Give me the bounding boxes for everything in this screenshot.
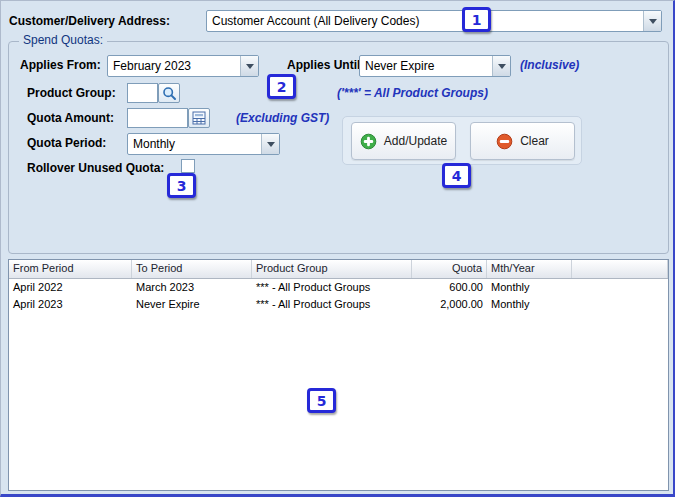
spend-quotas-group: Spend Quotas: Applies From: February 202… xyxy=(8,41,669,254)
quota-table-header: From Period To Period Product Group Quot… xyxy=(9,260,668,279)
spend-quota-window: Customer/Delivery Address: Customer Acco… xyxy=(0,0,675,497)
quota-amount-calculator-button[interactable] xyxy=(188,108,210,128)
cell-to-period: Never Expire xyxy=(132,296,252,313)
quota-period-value: Monthly xyxy=(128,137,261,151)
cell-product-group: *** - All Product Groups xyxy=(252,296,412,313)
column-header-product-group[interactable]: Product Group xyxy=(252,260,412,278)
som-mark-3: 3 xyxy=(167,173,196,198)
clear-button-label: Clear xyxy=(520,134,549,148)
add-update-button[interactable]: Add/Update xyxy=(351,122,456,160)
cell-from-period: April 2022 xyxy=(9,279,132,296)
customer-address-value: Customer Account (All Delivery Codes) xyxy=(207,14,643,28)
som-mark-1: 1 xyxy=(462,7,491,32)
column-header-mth-year[interactable]: Mth/Year xyxy=(487,260,572,278)
rollover-label: Rollover Unused Quota: xyxy=(27,161,164,175)
clear-button[interactable]: Clear xyxy=(470,122,575,160)
quota-table: From Period To Period Product Group Quot… xyxy=(8,259,669,491)
quota-amount-label: Quota Amount: xyxy=(27,111,114,125)
cell-to-period: March 2023 xyxy=(132,279,252,296)
rollover-checkbox[interactable] xyxy=(181,159,195,173)
som-mark-4: 4 xyxy=(442,163,471,188)
product-group-hint: ('***' = All Product Groups) xyxy=(337,86,488,100)
applies-from-value: February 2023 xyxy=(108,59,240,73)
applies-from-label: Applies From: xyxy=(20,58,101,72)
applies-until-value: Never Expire xyxy=(360,59,492,73)
cell-mth-year: Monthly xyxy=(487,279,572,296)
column-header-from-period[interactable]: From Period xyxy=(9,260,132,278)
product-group-search-button[interactable] xyxy=(158,83,180,103)
chevron-down-icon[interactable] xyxy=(643,11,661,31)
quota-period-label: Quota Period: xyxy=(27,136,106,150)
applies-until-dropdown[interactable]: Never Expire xyxy=(359,55,511,77)
chevron-down-icon[interactable] xyxy=(492,56,510,76)
chevron-down-icon[interactable] xyxy=(240,56,258,76)
column-header-filler xyxy=(572,260,668,278)
table-row[interactable]: April 2023 Never Expire *** - All Produc… xyxy=(9,296,668,313)
quota-amount-hint: (Excluding GST) xyxy=(236,111,329,125)
quota-period-dropdown[interactable]: Monthly xyxy=(127,133,280,155)
cell-mth-year: Monthly xyxy=(487,296,572,313)
quota-amount-input[interactable] xyxy=(127,108,188,128)
add-update-button-label: Add/Update xyxy=(384,134,447,148)
column-header-to-period[interactable]: To Period xyxy=(132,260,252,278)
search-icon xyxy=(162,86,177,101)
quota-button-panel: Add/Update Clear xyxy=(342,116,582,165)
column-header-quota[interactable]: Quota xyxy=(412,260,487,278)
cell-quota: 2,000.00 xyxy=(412,296,487,313)
som-mark-2: 2 xyxy=(267,74,296,99)
table-row[interactable]: April 2022 March 2023 *** - All Product … xyxy=(9,279,668,296)
add-icon xyxy=(360,133,377,150)
inclusive-hint: (Inclusive) xyxy=(520,58,579,72)
som-mark-5: 5 xyxy=(307,388,336,413)
remove-icon xyxy=(496,133,513,150)
cell-product-group: *** - All Product Groups xyxy=(252,279,412,296)
product-group-label: Product Group: xyxy=(27,86,116,100)
applies-until-label: Applies Until: xyxy=(287,58,364,72)
cell-from-period: April 2023 xyxy=(9,296,132,313)
customer-address-label: Customer/Delivery Address: xyxy=(9,14,170,28)
customer-address-dropdown[interactable]: Customer Account (All Delivery Codes) xyxy=(206,10,662,32)
calculator-icon xyxy=(192,111,206,125)
applies-from-dropdown[interactable]: February 2023 xyxy=(107,55,259,77)
chevron-down-icon[interactable] xyxy=(261,134,279,154)
cell-quota: 600.00 xyxy=(412,279,487,296)
spend-quotas-group-title: Spend Quotas: xyxy=(19,33,107,47)
product-group-input[interactable] xyxy=(127,83,158,103)
